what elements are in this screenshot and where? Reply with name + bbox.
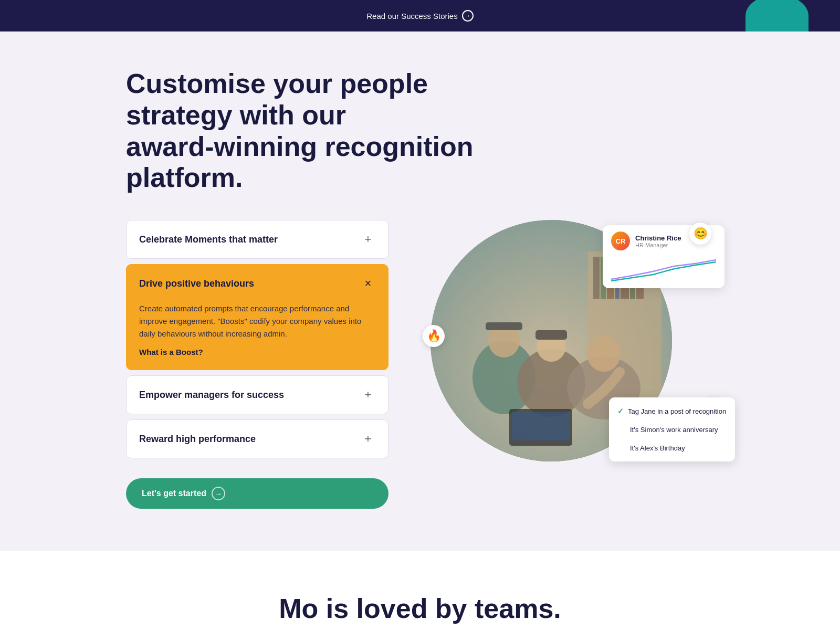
svg-rect-18 xyxy=(512,412,570,440)
svg-rect-2 xyxy=(593,257,600,299)
accordion-expand-empower[interactable]: + xyxy=(361,387,375,402)
accordion-header-celebrate[interactable]: Celebrate Moments that matter + xyxy=(127,220,388,258)
teal-decoration xyxy=(746,0,808,32)
top-banner: Read our Success Stories → xyxy=(0,0,840,32)
svg-rect-11 xyxy=(486,322,522,330)
accordion-expand-reward[interactable]: + xyxy=(361,432,375,446)
profile-info: Christine Rice HR Manager xyxy=(635,234,681,248)
accordion-expand-celebrate[interactable]: + xyxy=(361,232,375,247)
cta-arrow-icon: → xyxy=(212,487,225,500)
accordion-item-celebrate: Celebrate Moments that matter + xyxy=(126,220,388,259)
accordion-item-empower: Empower managers for success + xyxy=(126,375,388,414)
main-headline: Customise your people strategy with our … xyxy=(126,68,494,194)
svg-point-16 xyxy=(587,336,621,372)
suggestions-dropdown: ✓ Tag Jane in a post of recognition It's… xyxy=(609,397,735,461)
main-section: Customise your people strategy with our … xyxy=(0,32,840,551)
accordion-title-reward: Reward high performance xyxy=(139,434,256,445)
accordion-title-empower: Empower managers for success xyxy=(139,390,284,401)
accordion-header-reward[interactable]: Reward high performance + xyxy=(127,420,388,458)
profile-name: Christine Rice xyxy=(635,234,681,242)
accordion: Celebrate Moments that matter + Drive po… xyxy=(126,220,388,509)
profile-role: HR Manager xyxy=(635,242,681,248)
suggestion-text-2: It's Alex's Birthday xyxy=(630,444,685,452)
suggestion-item-0[interactable]: ✓ Tag Jane in a post of recognition xyxy=(609,402,735,421)
smiley-emoji: 😊 xyxy=(689,223,711,245)
visual-area: CR Christine Rice HR Manager xyxy=(430,220,714,472)
banner-text: Read our Success Stories xyxy=(366,12,457,20)
accordion-header-drive[interactable]: Drive positive behaviours × xyxy=(127,265,388,302)
avatar: CR xyxy=(611,232,630,250)
active-indicator xyxy=(126,265,127,370)
accordion-body-drive: Create automated prompts that encourage … xyxy=(127,302,388,370)
trend-chart xyxy=(611,256,716,282)
chart-svg xyxy=(611,256,716,282)
suggestion-check-icon: ✓ xyxy=(617,407,624,415)
suggestion-item-2[interactable]: It's Alex's Birthday xyxy=(609,439,735,457)
accordion-link-drive[interactable]: What is a Boost? xyxy=(139,348,203,356)
accordion-title-drive: Drive positive behaviours xyxy=(139,278,254,289)
bottom-section: Mo is loved by teams. xyxy=(0,551,840,630)
cta-button[interactable]: Let's get started → xyxy=(126,478,388,509)
bottom-headline: Mo is loved by teams. xyxy=(0,593,840,624)
svg-rect-14 xyxy=(536,330,567,340)
accordion-collapse-drive[interactable]: × xyxy=(361,276,375,291)
banner-arrow-icon: → xyxy=(462,10,474,22)
accordion-item-reward: Reward high performance + xyxy=(126,419,388,458)
banner-content[interactable]: Read our Success Stories → xyxy=(366,10,473,22)
accordion-header-empower[interactable]: Empower managers for success + xyxy=(127,376,388,414)
accordion-item-drive: Drive positive behaviours × Create autom… xyxy=(126,264,388,370)
accordion-description-drive: Create automated prompts that encourage … xyxy=(139,302,375,340)
suggestion-text-0: Tag Jane in a post of recognition xyxy=(628,407,726,415)
suggestion-item-1[interactable]: It's Simon's work anniversary xyxy=(609,421,735,439)
fire-emoji: 🔥 xyxy=(423,325,445,347)
suggestion-text-1: It's Simon's work anniversary xyxy=(630,426,718,434)
cta-button-label: Let's get started xyxy=(142,489,206,498)
accordion-title-celebrate: Celebrate Moments that matter xyxy=(139,234,278,245)
